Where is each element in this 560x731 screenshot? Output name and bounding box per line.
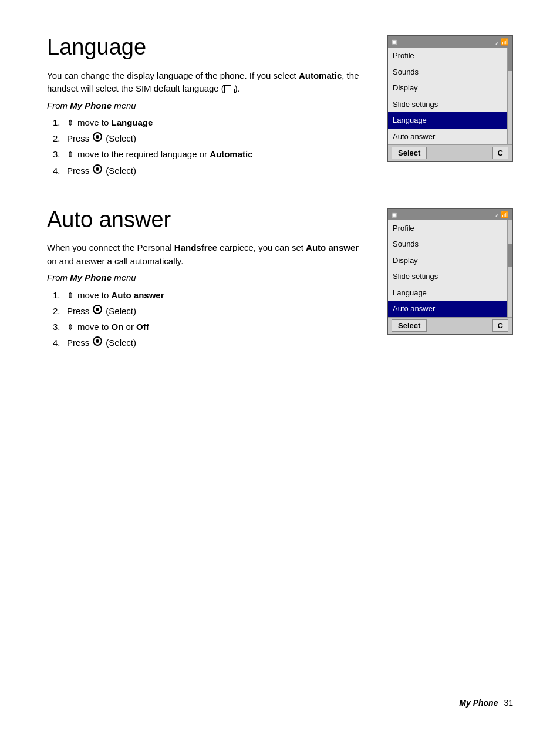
- status-left-icon: ▣: [391, 38, 397, 46]
- aa-desc-3: on and answer a call automatically.: [47, 256, 183, 266]
- language-select-btn: Select: [392, 147, 427, 159]
- lang-menu-suffix: menu: [112, 100, 136, 110]
- language-status-bar: ▣ ♪ 📶: [388, 36, 512, 48]
- language-step-4: 4. Press (Select): [53, 163, 369, 178]
- aa-bottom-bar: Select C: [388, 317, 512, 334]
- aa-scrollbar-thumb: [508, 244, 512, 267]
- language-step-2: 2. Press (Select): [53, 130, 369, 146]
- footer-page-number: 31: [504, 698, 513, 708]
- auto-answer-from-menu: From My Phone menu: [47, 271, 369, 285]
- auto-answer-phone-screen: ▣ ♪ 📶 Profile Sounds Display Slide setti…: [387, 208, 513, 335]
- aa-select-btn: Select: [392, 319, 427, 332]
- menu-item-auto-1: Auto answer: [388, 129, 507, 145]
- menu-item-profile-1: Profile: [388, 48, 507, 64]
- step-4-text: (Select): [106, 163, 136, 178]
- aa-music-icon: ♪: [495, 211, 499, 218]
- nav-icon-1: ⇕: [67, 116, 74, 130]
- signal-icon: 📶: [501, 38, 509, 46]
- aa-menu-item-sounds: Sounds: [388, 236, 507, 252]
- language-menu-area: Profile Sounds Display Slide settings La…: [388, 48, 512, 144]
- lang-desc-3: ).: [235, 83, 240, 93]
- aa-scrollbar: [507, 220, 512, 317]
- aa-select-button-icon-4: [93, 336, 102, 346]
- language-steps: 1. ⇕ move to Language 2. Press (Select) …: [47, 114, 369, 178]
- aa-signal-icon: 📶: [501, 211, 509, 218]
- language-step-3: 3. ⇕ move to the required language or Au…: [53, 146, 369, 162]
- step-num-3: 3.: [53, 146, 63, 162]
- step-1-text: move to Language: [77, 114, 153, 130]
- status-icons: ♪ 📶: [495, 38, 510, 46]
- aa-menu-item-auto: Auto answer: [388, 301, 507, 317]
- language-section: Language You can change the display lang…: [47, 35, 513, 178]
- aa-menu-list: Profile Sounds Display Slide settings La…: [388, 220, 507, 317]
- aa-menu-item-language: Language: [388, 285, 507, 301]
- language-from-menu: From My Phone menu: [47, 99, 369, 113]
- language-c-btn: C: [492, 147, 508, 159]
- language-menu-list: Profile Sounds Display Slide settings La…: [388, 48, 507, 144]
- aa-step-4-text: (Select): [106, 335, 136, 351]
- footer-section-name: My Phone: [459, 698, 498, 708]
- aa-step-num-4: 4.: [53, 335, 63, 351]
- step-num-4: 4.: [53, 163, 63, 178]
- aa-step-2-text: (Select): [106, 303, 136, 319]
- aa-auto-answer-bold: Auto answer: [306, 242, 359, 252]
- aa-step-1-text: move to Auto answer: [77, 287, 164, 303]
- language-title: Language: [47, 35, 369, 60]
- auto-answer-section: Auto answer When you connect the Persona…: [47, 208, 513, 351]
- lang-menu-name: My Phone: [70, 100, 112, 110]
- aa-c-btn: C: [492, 319, 508, 332]
- aa-menu-name: My Phone: [70, 272, 112, 282]
- aa-step-3: 3. ⇕ move to On or Off: [53, 319, 369, 335]
- aa-status-icons: ♪ 📶: [495, 211, 510, 218]
- aa-press-label-2: Press: [67, 303, 89, 319]
- aa-status-left-icon: ▣: [391, 211, 397, 218]
- menu-item-sounds-1: Sounds: [388, 64, 507, 80]
- step-num-2: 2.: [53, 130, 63, 146]
- aa-menu-item-profile: Profile: [388, 220, 507, 237]
- aa-desc-2: earpiece, you can set: [217, 242, 306, 252]
- music-icon: ♪: [495, 39, 499, 46]
- press-label-4: Press: [67, 163, 89, 178]
- press-label-2: Press: [67, 130, 89, 146]
- aa-menu-area: Profile Sounds Display Slide settings La…: [388, 220, 512, 317]
- select-button-icon-2: [93, 132, 102, 142]
- lang-automatic-bold: Automatic: [299, 70, 342, 80]
- aa-nav-icon-1: ⇕: [67, 288, 74, 303]
- aa-menu-suffix: menu: [112, 272, 136, 282]
- language-scrollbar-thumb: [508, 48, 512, 71]
- aa-handsfree-bold: Handsfree: [174, 242, 217, 252]
- menu-item-slide-1: Slide settings: [388, 96, 507, 113]
- auto-answer-steps: 1. ⇕ move to Auto answer 2. Press (Selec…: [47, 287, 369, 351]
- language-description: You can change the display language of t…: [47, 69, 369, 96]
- nav-icon-3: ⇕: [67, 147, 74, 162]
- aa-step-num-1: 1.: [53, 287, 63, 303]
- aa-step-2: 2. Press (Select): [53, 303, 369, 319]
- aa-step-3-text: move to On or Off: [77, 319, 149, 335]
- aa-select-button-icon-2: [93, 305, 102, 314]
- aa-step-num-2: 2.: [53, 303, 63, 319]
- lang-from-label: From: [47, 100, 70, 110]
- lang-desc-1: You can change the display language of t…: [47, 70, 299, 80]
- auto-answer-title: Auto answer: [47, 208, 369, 233]
- language-bottom-bar: Select C: [388, 144, 512, 161]
- aa-step-1: 1. ⇕ move to Auto answer: [53, 287, 369, 303]
- aa-from-label: From: [47, 272, 70, 282]
- aa-step-num-3: 3.: [53, 319, 63, 335]
- menu-item-language-1: Language: [388, 112, 507, 129]
- aa-desc-1: When you connect the Personal: [47, 242, 174, 252]
- select-button-icon-4: [93, 164, 102, 174]
- language-step-1: 1. ⇕ move to Language: [53, 114, 369, 130]
- auto-answer-description: When you connect the Personal Handsfree …: [47, 241, 369, 268]
- language-phone-screen: ▣ ♪ 📶 Profile Sounds Display Slide setti…: [387, 35, 513, 162]
- auto-answer-section-text: Auto answer When you connect the Persona…: [47, 208, 369, 351]
- language-scrollbar: [507, 48, 512, 144]
- step-3-text: move to the required language or Automat…: [77, 146, 253, 162]
- sim-card-icon: [224, 85, 235, 93]
- language-section-text: Language You can change the display lang…: [47, 35, 369, 178]
- page-footer: My Phone 31: [459, 698, 513, 708]
- aa-press-label-4: Press: [67, 335, 89, 351]
- aa-step-4: 4. Press (Select): [53, 335, 369, 351]
- aa-menu-item-display: Display: [388, 252, 507, 269]
- page-content: Language You can change the display lang…: [0, 0, 560, 415]
- aa-status-bar: ▣ ♪ 📶: [388, 209, 512, 220]
